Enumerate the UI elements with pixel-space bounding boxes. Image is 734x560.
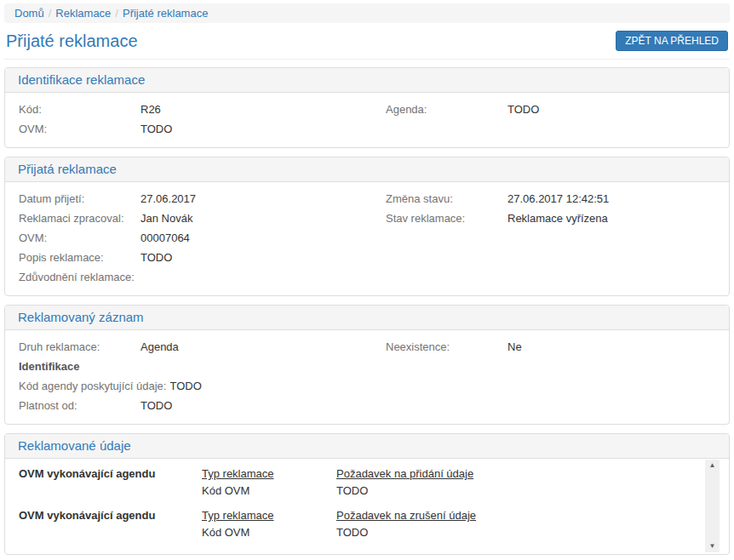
field-druh-reklamace-label: Druh reklamace: (19, 340, 140, 354)
panel-udaje-title: Reklamované údaje (5, 434, 729, 459)
back-to-overview-button[interactable]: ZPĚT NA PŘEHLED (616, 31, 728, 51)
field-kod-label: Kód: (19, 102, 140, 117)
breadcrumb-link-reklamace[interactable]: Reklamace (55, 7, 111, 20)
field-zmena-stavu-value: 27.06.2017 12:42:51 (507, 191, 609, 206)
field-identifikace-group: Identifikace (14, 357, 367, 376)
prijata-left-column: Datum přijetí: 27.06.2017 Reklamaci zpra… (14, 189, 367, 287)
field-neexistence-value: Ne (507, 340, 522, 354)
field-datum-prijeti-value: 27.06.2017 (140, 191, 196, 206)
claim-type-value: Kód OVM (202, 483, 336, 498)
panel-zaznam-title: Reklamovaný záznam (5, 306, 729, 330)
breadcrumb-item-current[interactable]: Přijaté reklamace (123, 7, 208, 20)
claim-request-label: Požadavek na zrušení údaje (336, 508, 705, 523)
breadcrumb-separator: / (111, 7, 123, 20)
claim-type-label: Typ reklamace (202, 466, 336, 481)
field-popis-value: TODO (140, 250, 172, 265)
field-ovm-label: OVM: (19, 122, 140, 136)
panel-reklamovane-udaje: Reklamované údaje OVM vykonávající agend… (4, 433, 730, 555)
field-stav-reklamace-label: Stav reklamace: (386, 211, 507, 226)
identifikace-left-column: Kód: R26 OVM: TODO (14, 100, 367, 139)
field-agenda-label: Agenda: (386, 102, 507, 117)
panel-zaznam-body: Druh reklamace: Agenda Identifikace Kód … (5, 330, 729, 424)
udaje-scroll-area: OVM vykonávající agendu Typ reklamace Kó… (5, 459, 729, 554)
scroll-down-icon[interactable]: ▼ (709, 543, 716, 550)
field-ovm-value: TODO (140, 122, 172, 136)
vertical-scrollbar[interactable]: ▲ ▼ (705, 460, 720, 552)
field-ovm-cislo-value: 00007064 (140, 231, 190, 245)
breadcrumb-link-home[interactable]: Domů (14, 7, 44, 20)
field-ovm-cislo: OVM: 00007064 (14, 228, 367, 248)
claim-request-label: Požadavek na přidání údaje (336, 466, 705, 481)
field-zmena-stavu: Změna stavu: 27.06.2017 12:42:51 (367, 189, 720, 209)
panel-prijata-reklamace: Přijatá reklamace Datum přijetí: 27.06.2… (4, 157, 730, 296)
panel-reklamovany-zaznam: Reklamovaný záznam Druh reklamace: Agend… (4, 305, 730, 425)
claim-request-cell: Požadavek na zrušení údaje TODO (336, 508, 705, 540)
claim-type-value: Kód OVM (202, 525, 336, 540)
field-kod-agendy-value: TODO (169, 379, 201, 393)
claim-request-value: TODO (336, 483, 705, 498)
field-popis: Popis reklamace: TODO (14, 248, 367, 267)
field-zduvodneni: Zdůvodnění reklamace: (14, 267, 367, 287)
field-identifikace-group-label: Identifikace (19, 359, 140, 374)
breadcrumb-separator: / (44, 7, 56, 20)
page-title: Přijaté reklamace (6, 31, 138, 51)
field-kod-value: R26 (140, 102, 161, 117)
prijata-right-column: Změna stavu: 27.06.2017 12:42:51 Stav re… (367, 189, 720, 287)
breadcrumb: Domů/Reklamace/Přijaté reklamace (4, 3, 730, 23)
claim-row: OVM vykonávající agendu Typ reklamace Kó… (19, 464, 705, 506)
panel-identifikace-body: Kód: R26 OVM: TODO Agenda: TODO (5, 93, 729, 147)
title-row: Přijaté reklamace ZPĚT NA PŘEHLED (4, 29, 730, 60)
field-datum-prijeti-label: Datum přijetí: (19, 191, 140, 206)
claim-request-value: TODO (336, 525, 705, 540)
field-datum-prijeti: Datum přijetí: 27.06.2017 (14, 189, 367, 209)
udaje-scroll-content: OVM vykonávající agendu Typ reklamace Kó… (5, 459, 705, 554)
scroll-up-icon[interactable]: ▲ (709, 462, 716, 469)
claim-type-cell: Typ reklamace Kód OVM (202, 508, 336, 540)
claim-subject: OVM vykonávající agendu (19, 466, 202, 498)
claim-subject: OVM vykonávající agendu (19, 508, 202, 540)
field-zpracoval: Reklamaci zpracoval: Jan Novák (14, 209, 367, 228)
field-zpracoval-value: Jan Novák (140, 211, 192, 226)
identifikace-right-column: Agenda: TODO (367, 100, 720, 139)
zaznam-right-column: Neexistence: Ne (367, 337, 720, 415)
claim-request-cell: Požadavek na přidání údaje TODO (336, 466, 705, 498)
panel-identifikace-reklamace: Identifikace reklamace Kód: R26 OVM: TOD… (4, 67, 730, 148)
field-ovm-cislo-label: OVM: (19, 231, 140, 245)
panel-prijata-title: Přijatá reklamace (5, 157, 729, 182)
field-neexistence-label: Neexistence: (386, 340, 507, 354)
field-platnost-od-label: Platnost od: (19, 398, 140, 413)
field-zpracoval-label: Reklamaci zpracoval: (19, 211, 140, 226)
page: Domů/Reklamace/Přijaté reklamace Přijaté… (0, 0, 734, 560)
claim-row: OVM vykonávající agendu Typ reklamace Kó… (19, 506, 705, 547)
field-platnost-od-value: TODO (140, 398, 172, 413)
field-neexistence: Neexistence: Ne (367, 337, 720, 357)
claim-type-label: Typ reklamace (202, 508, 336, 523)
panel-identifikace-title: Identifikace reklamace (5, 68, 729, 93)
field-ovm: OVM: TODO (14, 119, 367, 139)
field-stav-reklamace: Stav reklamace: Reklamace vyřízena (367, 209, 720, 228)
field-druh-reklamace: Druh reklamace: Agenda (14, 337, 367, 357)
field-zmena-stavu-label: Změna stavu: (386, 191, 507, 206)
field-platnost-od: Platnost od: TODO (14, 396, 367, 415)
field-agenda-value: TODO (507, 102, 539, 117)
field-popis-label: Popis reklamace: (19, 250, 140, 265)
field-kod-agendy-label: Kód agendy poskytující údaje: (19, 379, 169, 393)
field-kod-agendy: Kód agendy poskytující údaje: TODO (14, 376, 367, 396)
field-kod: Kód: R26 (14, 100, 367, 119)
field-agenda: Agenda: TODO (367, 100, 720, 119)
panel-prijata-body: Datum přijetí: 27.06.2017 Reklamaci zpra… (5, 182, 729, 295)
field-zduvodneni-label: Zdůvodnění reklamace: (19, 270, 140, 284)
claim-type-cell: Typ reklamace Kód OVM (202, 466, 336, 498)
zaznam-left-column: Druh reklamace: Agenda Identifikace Kód … (14, 337, 367, 415)
field-druh-reklamace-value: Agenda (140, 340, 179, 354)
field-stav-reklamace-value: Reklamace vyřízena (507, 211, 608, 226)
